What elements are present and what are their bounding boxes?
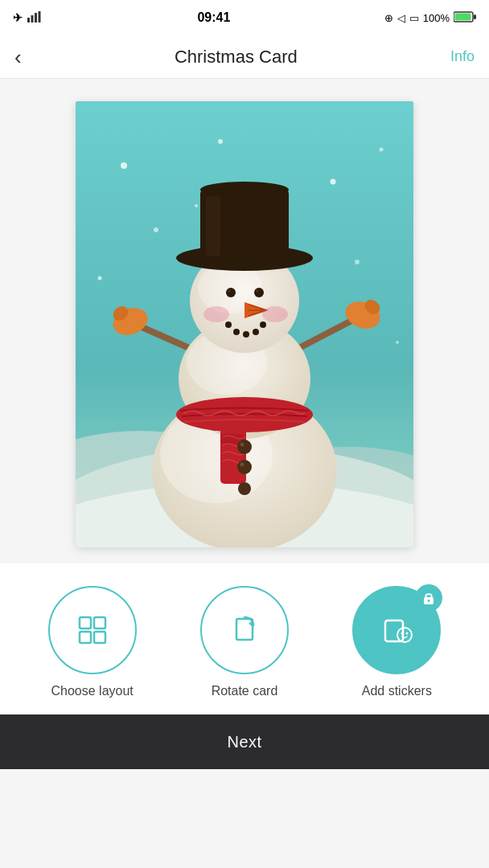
svg-rect-2 (35, 13, 37, 23)
svg-point-56 (243, 331, 249, 338)
svg-point-55 (233, 329, 240, 335)
toolbar: Choose layout Rotate card (0, 563, 489, 714)
svg-rect-6 (474, 14, 476, 19)
status-left: ✈ (13, 11, 43, 25)
nav-bar: ‹ Christmas Card Info (0, 35, 489, 79)
svg-point-72 (406, 633, 409, 635)
svg-point-71 (401, 633, 404, 635)
svg-point-16 (380, 148, 384, 152)
rotate-card-tool[interactable]: Rotate card (200, 586, 289, 698)
svg-point-60 (262, 306, 288, 322)
svg-point-45 (226, 288, 236, 297)
status-right: ⊕ ◁ ▭ 100% (384, 11, 476, 25)
svg-point-19 (98, 276, 102, 280)
svg-point-47 (228, 289, 231, 293)
add-stickers-tool[interactable]: Add stickers (352, 586, 441, 698)
svg-rect-64 (94, 632, 105, 643)
svg-point-15 (331, 179, 336, 185)
card-image-wrapper[interactable] (76, 101, 413, 547)
svg-point-59 (203, 306, 229, 322)
status-time: 09:41 (197, 10, 230, 25)
svg-point-35 (237, 460, 252, 474)
svg-rect-44 (206, 196, 220, 256)
svg-rect-1 (31, 15, 34, 23)
add-stickers-label: Add stickers (362, 684, 432, 698)
svg-point-17 (154, 227, 158, 232)
battery-icon (454, 11, 476, 25)
svg-rect-65 (236, 619, 253, 640)
svg-rect-5 (454, 13, 471, 20)
back-button[interactable]: ‹ (14, 47, 22, 68)
svg-point-18 (355, 260, 360, 264)
svg-rect-61 (80, 617, 91, 628)
status-bar: ✈ 09:41 ⊕ ◁ ▭ 100% (0, 0, 489, 35)
svg-point-46 (254, 288, 264, 297)
svg-rect-62 (94, 617, 105, 628)
svg-point-13 (121, 162, 127, 169)
svg-rect-3 (39, 11, 41, 23)
lock-icon (421, 591, 436, 605)
rotate-icon (227, 612, 262, 648)
layout-icon (75, 612, 110, 648)
svg-point-57 (253, 329, 259, 335)
svg-point-14 (218, 139, 223, 144)
page-title: Christmas Card (175, 47, 298, 68)
nav-icon: ◁ (397, 12, 405, 24)
svg-point-36 (238, 482, 251, 495)
sticker-icon (379, 612, 414, 648)
svg-point-43 (200, 182, 289, 198)
svg-marker-66 (249, 620, 253, 627)
svg-rect-69 (385, 620, 403, 641)
svg-point-37 (240, 443, 244, 447)
signal-icon (27, 11, 43, 25)
svg-point-38 (240, 463, 244, 467)
card-illustration (76, 101, 413, 547)
airplane-icon: ✈ (13, 11, 23, 24)
choose-layout-circle[interactable] (48, 586, 137, 674)
rotate-card-circle[interactable] (200, 586, 289, 674)
card-area (0, 79, 489, 563)
svg-point-20 (396, 341, 399, 344)
choose-layout-label: Choose layout (51, 684, 134, 698)
choose-layout-tool[interactable]: Choose layout (48, 586, 137, 698)
next-button-area: Next (0, 714, 489, 769)
svg-point-54 (225, 321, 232, 328)
svg-point-21 (195, 204, 198, 207)
svg-point-68 (428, 600, 430, 602)
battery-label: 100% (423, 12, 450, 24)
rotate-card-label: Rotate card (212, 684, 278, 698)
add-stickers-circle[interactable] (352, 586, 441, 674)
lock-badge (415, 584, 442, 612)
svg-point-34 (237, 440, 252, 454)
svg-point-58 (260, 321, 266, 328)
svg-rect-63 (80, 632, 91, 643)
next-button[interactable]: Next (0, 714, 489, 769)
svg-point-70 (397, 628, 412, 642)
info-button[interactable]: Info (450, 48, 475, 65)
screen-icon: ▭ (409, 12, 419, 24)
svg-point-48 (256, 289, 259, 293)
svg-rect-0 (27, 18, 30, 23)
location-icon: ⊕ (384, 12, 393, 24)
